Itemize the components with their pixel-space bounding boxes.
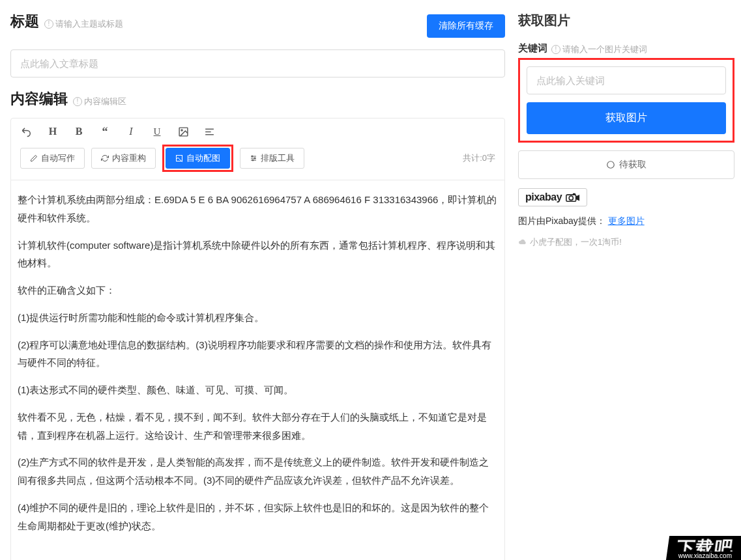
restructure-button[interactable]: 内容重构 <box>91 148 156 169</box>
svg-point-14 <box>569 196 573 200</box>
content-paragraph: 软件的正确含义如下： <box>18 281 498 300</box>
auto-image-button[interactable]: 自动配图 <box>166 148 230 169</box>
align-left-icon[interactable] <box>203 125 216 138</box>
auto-write-button[interactable]: 自动写作 <box>20 148 85 169</box>
title-hint: ! 请输入主题或标题 <box>44 18 123 30</box>
content-paragraph: (2)程序可以满意地处理信息的数据结构。(3)说明程序功能要求和程序需要的文档的… <box>18 336 498 372</box>
auto-image-highlight: 自动配图 <box>162 145 233 172</box>
editor-toolbar: H B “ I U 自动写作 <box>10 118 505 180</box>
content-paragraph: (2)生产方式不同的软件是开发，是人类智能的高发挥，而不是传统意义上的硬件制造。… <box>18 453 498 490</box>
quote-icon[interactable]: “ <box>98 125 111 138</box>
cloud-icon <box>518 238 527 247</box>
svg-point-1 <box>181 129 182 130</box>
editor-section-label: 内容编辑 <box>10 89 68 109</box>
more-images-link[interactable]: 更多图片 <box>608 216 645 226</box>
underline-icon[interactable]: U <box>151 125 164 138</box>
article-title-input[interactable] <box>10 49 505 77</box>
italic-icon[interactable]: I <box>124 125 138 138</box>
svg-point-12 <box>607 161 615 168</box>
svg-point-10 <box>254 158 255 159</box>
word-count: 共计:0字 <box>463 152 495 164</box>
picture-icon <box>175 154 183 162</box>
fetch-image-button[interactable]: 获取图片 <box>527 102 726 134</box>
editor-content[interactable]: 整个计算机系统由两部分组成：E.69DA 5 E 6 BA 9062616964… <box>10 180 505 560</box>
clear-cache-button[interactable]: 清除所有缓存 <box>427 14 505 38</box>
pending-status[interactable]: 待获取 <box>518 150 734 179</box>
content-paragraph: (1)表达形式不同的硬件类型、颜色、味道、可见、可摸、可闻。 <box>18 381 498 399</box>
keyword-label: 关键词 <box>518 42 547 55</box>
bold-icon[interactable]: B <box>72 125 85 138</box>
main-panel: 标题 ! 请输入主题或标题 清除所有缓存 内容编辑 ! 内容编辑区 H <box>10 12 505 560</box>
info-icon: ! <box>44 20 53 29</box>
slider-icon <box>250 154 257 162</box>
refresh-icon <box>101 154 109 162</box>
keyword-input[interactable] <box>527 66 726 94</box>
content-paragraph: (4)维护不同的硬件是旧的，理论上软件是旧的，并不坏，但实际上软件也是旧的和坏的… <box>18 499 498 535</box>
editor-hint: ! 内容编辑区 <box>73 96 126 107</box>
circle-icon <box>606 160 615 169</box>
sidebar-title: 获取图片 <box>518 12 734 29</box>
keyword-hint: ! 请输入一个图片关键词 <box>551 44 647 55</box>
pencil-icon <box>30 154 38 162</box>
keyword-highlight-box: 获取图片 <box>518 58 734 143</box>
title-header: 标题 ! 请输入主题或标题 清除所有缓存 <box>10 12 505 40</box>
layout-tool-button[interactable]: 排版工具 <box>240 148 304 169</box>
pixabay-badge: pixabay <box>518 188 587 206</box>
image-icon[interactable] <box>177 125 190 138</box>
heading-icon[interactable]: H <box>46 125 59 138</box>
svg-point-11 <box>252 160 254 161</box>
title-section-label: 标题 <box>10 12 39 31</box>
content-paragraph: 整个计算机系统由两部分组成：E.69DA 5 E 6 BA 9062616964… <box>18 191 498 227</box>
content-paragraph: 计算机软件(computer software)是指计算机系统中除硬件以外的所有… <box>18 236 498 273</box>
pixabay-credit: 图片由Pixabay提供： 更多图片 <box>518 216 734 227</box>
watermark-url: www.xiazaiba.com <box>672 552 738 560</box>
svg-rect-15 <box>573 193 575 195</box>
info-icon: ! <box>551 45 560 54</box>
camera-icon <box>566 193 580 202</box>
undo-icon[interactable] <box>20 125 33 138</box>
content-paragraph: (1)提供运行时所需功能和性能的命令或计算机程序集合。 <box>18 309 498 327</box>
content-paragraph: 软件看不见，无色，枯燥，看不见，摸不到，闻不到。软件大部分存在于人们的头脑或纸上… <box>18 408 498 445</box>
info-icon: ! <box>73 97 82 106</box>
sidebar-panel: 获取图片 关键词 ! 请输入一个图片关键词 获取图片 待获取 pixabay <box>518 12 734 560</box>
footer-credit: 小虎子配图，一次1淘币! <box>518 236 734 248</box>
svg-point-9 <box>252 156 253 157</box>
